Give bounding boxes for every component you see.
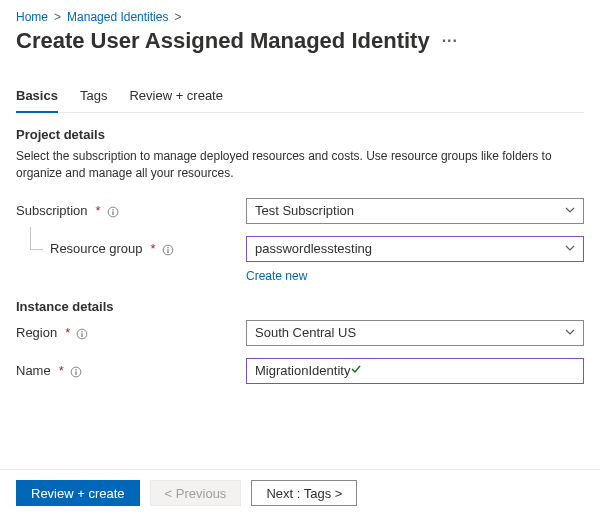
previous-button: < Previous bbox=[150, 480, 242, 506]
row-resource-group: Resource group* passwordlesstesting bbox=[16, 236, 584, 262]
row-subscription: Subscription* Test Subscription bbox=[16, 198, 584, 224]
breadcrumb-managed-identities[interactable]: Managed Identities bbox=[67, 10, 168, 24]
region-select[interactable]: South Central US bbox=[246, 320, 584, 346]
label-name: Name* bbox=[16, 363, 246, 378]
required-marker: * bbox=[151, 241, 156, 256]
tab-basics[interactable]: Basics bbox=[16, 82, 58, 113]
create-new-link[interactable]: Create new bbox=[246, 269, 307, 283]
row-region: Region* South Central US bbox=[16, 320, 584, 346]
breadcrumb-sep-1: > bbox=[54, 10, 61, 24]
label-subscription: Subscription* bbox=[16, 203, 246, 218]
page-root: Home > Managed Identities > Create User … bbox=[0, 0, 600, 516]
info-icon[interactable] bbox=[162, 241, 174, 256]
project-details-description: Select the subscription to manage deploy… bbox=[16, 148, 576, 182]
name-value: MigrationIdentity bbox=[255, 363, 350, 378]
svg-point-1 bbox=[112, 209, 113, 210]
instance-details-heading: Instance details bbox=[16, 299, 584, 314]
svg-point-4 bbox=[167, 247, 168, 248]
required-marker: * bbox=[59, 363, 64, 378]
label-name-text: Name bbox=[16, 363, 51, 378]
more-actions-icon[interactable]: ··· bbox=[442, 33, 458, 49]
tab-tags[interactable]: Tags bbox=[80, 82, 107, 112]
next-button[interactable]: Next : Tags > bbox=[251, 480, 357, 506]
label-region-text: Region bbox=[16, 325, 57, 340]
label-resource-group: Resource group* bbox=[16, 241, 246, 256]
resource-group-select[interactable]: passwordlesstesting bbox=[246, 236, 584, 262]
info-icon[interactable] bbox=[76, 325, 88, 340]
info-icon[interactable] bbox=[70, 363, 82, 378]
info-icon[interactable] bbox=[107, 203, 119, 218]
label-region: Region* bbox=[16, 325, 246, 340]
chevron-down-icon bbox=[565, 203, 575, 218]
svg-rect-8 bbox=[82, 333, 83, 337]
required-marker: * bbox=[65, 325, 70, 340]
required-marker: * bbox=[96, 203, 101, 218]
page-title: Create User Assigned Managed Identity ··… bbox=[16, 28, 584, 54]
row-create-new: Create new bbox=[246, 268, 584, 283]
chevron-down-icon bbox=[565, 325, 575, 340]
breadcrumb: Home > Managed Identities > bbox=[16, 10, 584, 24]
svg-point-7 bbox=[82, 331, 83, 332]
breadcrumb-home[interactable]: Home bbox=[16, 10, 48, 24]
section-instance-details: Instance details Region* South Central U… bbox=[16, 299, 584, 384]
tabs: Basics Tags Review + create bbox=[16, 82, 584, 113]
chevron-down-icon bbox=[565, 241, 575, 256]
resource-group-value: passwordlesstesting bbox=[255, 241, 565, 256]
project-details-heading: Project details bbox=[16, 127, 584, 142]
row-name: Name* MigrationIdentity bbox=[16, 358, 584, 384]
name-input[interactable]: MigrationIdentity bbox=[246, 358, 584, 384]
tab-review-create[interactable]: Review + create bbox=[129, 82, 223, 112]
label-subscription-text: Subscription bbox=[16, 203, 88, 218]
footer: Review + create < Previous Next : Tags > bbox=[0, 469, 600, 516]
breadcrumb-sep-2: > bbox=[174, 10, 181, 24]
check-icon bbox=[350, 363, 362, 378]
svg-rect-2 bbox=[112, 211, 113, 215]
section-project-details: Project details Select the subscription … bbox=[16, 127, 584, 283]
review-create-button[interactable]: Review + create bbox=[16, 480, 140, 506]
page-title-text: Create User Assigned Managed Identity bbox=[16, 28, 430, 54]
label-resource-group-text: Resource group bbox=[50, 241, 143, 256]
region-value: South Central US bbox=[255, 325, 565, 340]
svg-rect-11 bbox=[75, 371, 76, 375]
subscription-select[interactable]: Test Subscription bbox=[246, 198, 584, 224]
subscription-value: Test Subscription bbox=[255, 203, 565, 218]
svg-rect-5 bbox=[167, 249, 168, 253]
svg-point-10 bbox=[75, 369, 76, 370]
